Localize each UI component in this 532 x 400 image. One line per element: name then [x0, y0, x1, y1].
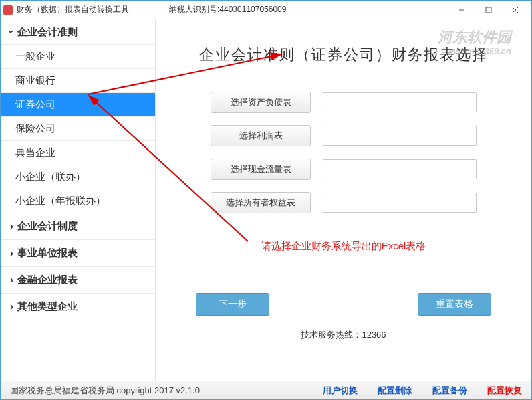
sidebar-section-financial[interactable]: 金融企业报表	[1, 267, 155, 294]
next-button[interactable]: 下一步	[196, 293, 269, 316]
form-row-profit: 选择利润表	[176, 125, 511, 146]
sidebar-section-institution[interactable]: 事业单位报表	[1, 240, 155, 267]
footer-link-switch-user[interactable]: 用户切换	[323, 385, 358, 397]
reset-button[interactable]: 重置表格	[418, 293, 491, 316]
sidebar-item-pawn[interactable]: 典当企业	[1, 141, 155, 165]
equity-input[interactable]	[323, 193, 477, 213]
footer-link-delete-config[interactable]: 配置删除	[378, 385, 412, 397]
form-row-cashflow: 选择现金流量表	[176, 159, 511, 180]
cashflow-input[interactable]	[323, 159, 477, 179]
select-balance-sheet-button[interactable]: 选择资产负债表	[211, 92, 311, 113]
sidebar-item-insurance[interactable]: 保险公司	[1, 117, 155, 141]
sidebar-section-accounting-system[interactable]: 企业会计制度	[1, 213, 155, 240]
main-area: 企业会计准则 一般企业 商业银行 证券公司 保险公司 典当企业 小企业（联办） …	[1, 19, 531, 381]
app-icon	[3, 5, 13, 15]
sidebar-item-bank[interactable]: 商业银行	[1, 69, 155, 93]
form-row-equity: 选择所有者权益表	[176, 192, 511, 213]
footer-link-backup-config[interactable]: 配置备份	[432, 385, 467, 397]
close-button[interactable]	[502, 1, 529, 19]
action-row: 下一步 重置表格	[176, 293, 511, 316]
page-title: 企业会计准则（证券公司）财务报表选择	[176, 45, 511, 65]
form-row-balance: 选择资产负债表	[176, 92, 511, 113]
sidebar-item-small-annual[interactable]: 小企业（年报联办）	[1, 189, 155, 213]
hint-text: 请选择企业财务系统导出的Excel表格	[176, 240, 511, 253]
titlebar: 财务（数据）报表自动转换工具 纳税人识别号:440301107056009	[1, 1, 531, 19]
tax-id-label: 纳税人识别号:440301107056009	[169, 4, 286, 15]
hotline-text: 技术服务热线：12366	[176, 329, 511, 341]
select-equity-button[interactable]: 选择所有者权益表	[211, 192, 311, 213]
sidebar-section-accounting-standards[interactable]: 企业会计准则	[1, 19, 155, 45]
sidebar: 企业会计准则 一般企业 商业银行 证券公司 保险公司 典当企业 小企业（联办） …	[1, 19, 156, 381]
footer: 国家税务总局福建省税务局 copyright 2017 v2.1.0 用户切换 …	[1, 381, 531, 399]
maximize-button[interactable]	[475, 1, 502, 19]
sidebar-item-small-joint[interactable]: 小企业（联办）	[1, 165, 155, 189]
footer-copyright: 国家税务总局福建省税务局 copyright 2017 v2.1.0	[10, 385, 200, 397]
select-profit-button[interactable]: 选择利润表	[211, 125, 311, 146]
sidebar-item-securities[interactable]: 证券公司	[1, 93, 155, 117]
sidebar-section-other[interactable]: 其他类型企业	[1, 294, 155, 320]
profit-input[interactable]	[323, 126, 477, 146]
window-title: 财务（数据）报表自动转换工具	[17, 4, 129, 15]
minimize-button[interactable]	[448, 1, 475, 19]
svg-rect-1	[486, 7, 491, 13]
sidebar-item-general[interactable]: 一般企业	[1, 45, 155, 69]
select-cashflow-button[interactable]: 选择现金流量表	[211, 159, 311, 180]
balance-sheet-input[interactable]	[323, 92, 477, 112]
footer-link-restore-config[interactable]: 配置恢复	[487, 385, 522, 397]
content-panel: 河东软件园 www.pc0359.cn 企业会计准则（证券公司）财务报表选择 选…	[156, 19, 531, 381]
watermark-text: 河东软件园	[438, 29, 511, 46]
